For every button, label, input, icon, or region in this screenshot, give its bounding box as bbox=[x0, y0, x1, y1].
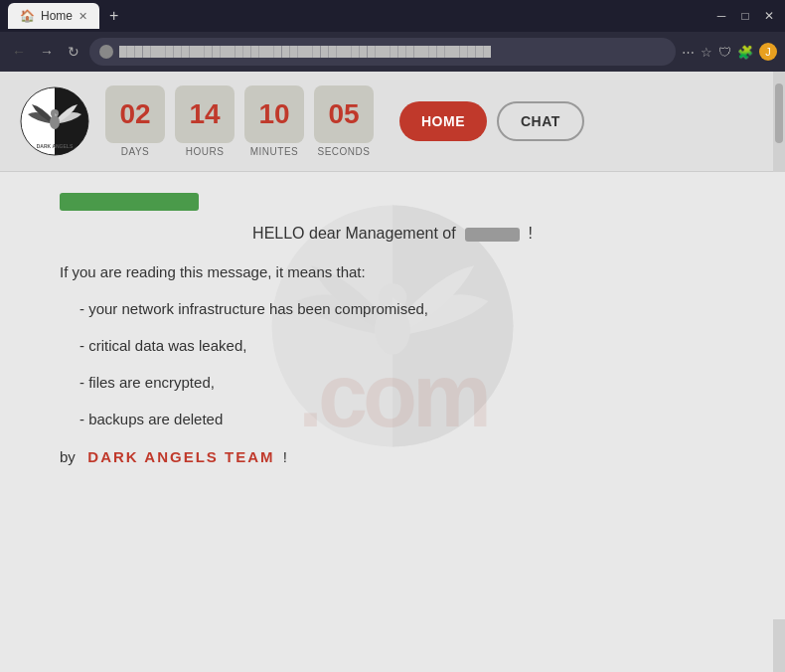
maximize-button[interactable]: □ bbox=[737, 8, 753, 24]
url-text: ████████████████████████████████████████… bbox=[119, 46, 491, 58]
back-button[interactable]: ← bbox=[8, 42, 30, 62]
message-intro: If you are reading this message, it mean… bbox=[60, 258, 725, 285]
countdown-minutes-value: 10 bbox=[244, 85, 304, 143]
scrollbar-thumb[interactable] bbox=[775, 84, 783, 143]
countdown-days: 02 DAYS bbox=[105, 85, 165, 157]
svg-point-1 bbox=[50, 115, 60, 129]
svg-text:DARK ANGELS: DARK ANGELS bbox=[37, 143, 74, 149]
team-attribution: by DARK ANGELS TEAM ! bbox=[60, 448, 725, 465]
security-icon bbox=[99, 45, 113, 59]
countdown-seconds: 05 SECONDS bbox=[314, 85, 374, 157]
content-text: HELLO dear Management of ! If you are re… bbox=[60, 225, 725, 465]
countdown-hours-label: HOURS bbox=[186, 146, 225, 157]
countdown-hours-value: 14 bbox=[175, 85, 235, 143]
title-bar: 🏠 Home ✕ + ─ □ ✕ bbox=[0, 0, 785, 32]
countdown-hours: 14 HOURS bbox=[175, 85, 235, 157]
shield-button[interactable]: 🛡 bbox=[718, 45, 731, 60]
dark-angels-logo: DARK ANGELS bbox=[20, 86, 89, 156]
page-content: DARK ANGELS 02 DAYS 14 HOURS 10 MINUTES bbox=[0, 72, 785, 672]
address-bar-actions: ⋯ ☆ 🛡 🧩 J bbox=[682, 43, 777, 61]
tab-title: Home bbox=[41, 9, 73, 23]
logo-container: DARK ANGELS bbox=[20, 86, 89, 156]
countdown-seconds-label: SECONDS bbox=[318, 146, 371, 157]
close-button[interactable]: ✕ bbox=[761, 8, 777, 24]
greeting-prefix: HELLO dear Management of bbox=[252, 225, 456, 242]
point-3: - files are encrypted, bbox=[60, 369, 725, 396]
menu-dots-button[interactable]: ⋯ bbox=[682, 45, 695, 60]
countdown-days-value: 02 bbox=[105, 85, 165, 143]
team-suffix: ! bbox=[283, 448, 287, 465]
point-4: - backups are deleted bbox=[60, 406, 725, 432]
site-header: DARK ANGELS 02 DAYS 14 HOURS 10 MINUTES bbox=[0, 72, 785, 172]
url-bar[interactable]: ████████████████████████████████████████… bbox=[89, 38, 676, 66]
countdown-seconds-value: 05 bbox=[314, 85, 374, 143]
point-1: - your network infrastructure has been c… bbox=[60, 295, 725, 322]
point-2: - critical data was leaked, bbox=[60, 332, 725, 359]
main-content: .com HELLO dear Management of ! If you a… bbox=[0, 172, 785, 619]
tab-favicon: 🏠 bbox=[20, 9, 35, 23]
team-prefix: by bbox=[60, 448, 76, 465]
new-tab-button[interactable]: + bbox=[103, 5, 124, 27]
countdown-container: 02 DAYS 14 HOURS 10 MINUTES 05 SECONDS bbox=[105, 85, 374, 157]
countdown-days-label: DAYS bbox=[121, 146, 150, 157]
browser-tab[interactable]: 🏠 Home ✕ bbox=[8, 3, 99, 29]
chat-button[interactable]: CHAT bbox=[497, 101, 584, 141]
message-body: If you are reading this message, it mean… bbox=[60, 258, 725, 432]
title-bar-controls: ─ □ ✕ bbox=[713, 8, 777, 24]
company-name-redacted bbox=[465, 228, 520, 242]
greeting-suffix: ! bbox=[528, 225, 532, 242]
team-name: DARK ANGELS TEAM bbox=[87, 448, 274, 465]
profile-button[interactable]: J bbox=[759, 43, 777, 61]
minimize-button[interactable]: ─ bbox=[713, 8, 729, 24]
refresh-button[interactable]: ↻ bbox=[64, 42, 83, 62]
redacted-name-bar bbox=[60, 192, 725, 211]
header-buttons: HOME CHAT bbox=[399, 101, 584, 141]
countdown-minutes: 10 MINUTES bbox=[244, 85, 304, 157]
home-button[interactable]: HOME bbox=[399, 101, 487, 141]
forward-button[interactable]: → bbox=[36, 42, 58, 62]
address-bar: ← → ↻ ██████████████████████████████████… bbox=[0, 32, 785, 72]
greeting-line: HELLO dear Management of ! bbox=[60, 225, 725, 243]
tab-bar: 🏠 Home ✕ + bbox=[8, 3, 706, 29]
countdown-minutes-label: MINUTES bbox=[250, 146, 299, 157]
tab-close-button[interactable]: ✕ bbox=[78, 10, 87, 23]
extension-button[interactable]: 🧩 bbox=[737, 45, 753, 60]
bookmark-star-button[interactable]: ☆ bbox=[701, 45, 712, 60]
browser-window: 🏠 Home ✕ + ─ □ ✕ ← → ↻ █████████████████… bbox=[0, 0, 785, 672]
